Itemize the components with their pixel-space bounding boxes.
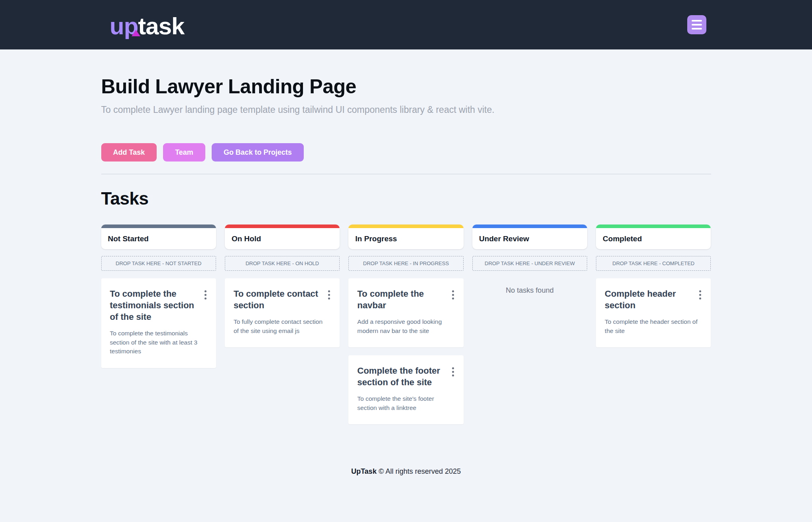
column-accent-bar bbox=[472, 225, 587, 228]
task-card-title: To complete the testimonials section of … bbox=[110, 288, 203, 323]
column-header: Not Started bbox=[101, 225, 216, 249]
topbar: uptask bbox=[0, 0, 812, 49]
column-cards: To complete the navbar Add a responsive … bbox=[348, 278, 463, 424]
drop-zone[interactable]: DROP TASK HERE - IN PROGRESS bbox=[348, 256, 463, 271]
task-card-title: Complete header section bbox=[605, 288, 698, 311]
column-cards: To complete the testimonials section of … bbox=[101, 278, 216, 368]
task-card-description: To fully complete contact section of the… bbox=[234, 317, 327, 335]
drop-zone-label: DROP TASK HERE - NOT STARTED bbox=[116, 260, 201, 266]
kebab-menu-icon[interactable] bbox=[203, 288, 208, 302]
tasks-heading: Tasks bbox=[101, 189, 711, 209]
drop-zone-label: DROP TASK HERE - COMPLETED bbox=[612, 260, 694, 266]
kanban-column: Under Review DROP TASK HERE - UNDER REVI… bbox=[472, 225, 587, 424]
task-card[interactable]: Complete the footer section of the site … bbox=[348, 355, 463, 424]
hamburger-icon bbox=[692, 20, 702, 22]
kanban-column: Completed DROP TASK HERE - COMPLETED Com… bbox=[596, 225, 711, 424]
column-title: Not Started bbox=[101, 228, 216, 249]
task-card-title: To complete the navbar bbox=[357, 288, 450, 311]
footer-text: © All rights reserved 2025 bbox=[379, 467, 461, 475]
project-description: To complete Lawyer landing page template… bbox=[101, 104, 711, 115]
column-title: Under Review bbox=[472, 228, 587, 249]
column-title: Completed bbox=[596, 228, 711, 249]
kanban-column: On Hold DROP TASK HERE - ON HOLD To comp… bbox=[225, 225, 340, 424]
column-accent-bar bbox=[348, 225, 463, 228]
main-content: Build Lawyer Landing Page To complete La… bbox=[0, 49, 812, 467]
team-button[interactable]: Team bbox=[163, 143, 205, 162]
column-accent-bar bbox=[596, 225, 711, 228]
task-card[interactable]: To complete the navbar Add a responsive … bbox=[348, 278, 463, 347]
column-header: In Progress bbox=[348, 225, 463, 249]
column-accent-bar bbox=[225, 225, 340, 228]
section-divider bbox=[101, 174, 711, 174]
uptask-logo[interactable]: uptask bbox=[110, 11, 184, 38]
column-header: Under Review bbox=[472, 225, 587, 249]
empty-state: No tasks found bbox=[472, 286, 587, 295]
project-actions: Add Task Team Go Back to Projects bbox=[101, 143, 711, 162]
task-card-title: Complete the footer section of the site bbox=[357, 365, 450, 388]
drop-zone[interactable]: DROP TASK HERE - UNDER REVIEW bbox=[472, 256, 587, 271]
task-card-description: To complete the site's footer section wi… bbox=[357, 394, 451, 412]
task-card[interactable]: To complete contact section To fully com… bbox=[225, 278, 340, 347]
column-cards: No tasks found bbox=[472, 278, 587, 295]
column-header: Completed bbox=[596, 225, 711, 249]
task-card[interactable]: To complete the testimonials section of … bbox=[101, 278, 216, 368]
kanban-column: Not Started DROP TASK HERE - NOT STARTED… bbox=[101, 225, 216, 424]
column-cards: Complete header section To complete the … bbox=[596, 278, 711, 347]
menu-button[interactable] bbox=[687, 15, 706, 34]
kebab-menu-icon[interactable] bbox=[698, 288, 703, 302]
drop-zone-label: DROP TASK HERE - ON HOLD bbox=[246, 260, 319, 266]
drop-zone-label: DROP TASK HERE - UNDER REVIEW bbox=[485, 260, 575, 266]
task-card-description: To complete the testimonials section of … bbox=[110, 329, 204, 356]
logo-text-task: task bbox=[138, 13, 184, 39]
drop-zone[interactable]: DROP TASK HERE - ON HOLD bbox=[225, 256, 340, 271]
task-card-description: To complete the header section of the si… bbox=[605, 317, 698, 335]
kanban-board: Not Started DROP TASK HERE - NOT STARTED… bbox=[101, 225, 711, 424]
footer: UpTask © All rights reserved 2025 bbox=[0, 467, 812, 522]
drop-zone-label: DROP TASK HERE - IN PROGRESS bbox=[363, 260, 449, 266]
column-header: On Hold bbox=[225, 225, 340, 249]
drop-zone[interactable]: DROP TASK HERE - NOT STARTED bbox=[101, 256, 216, 271]
footer-brand: UpTask bbox=[351, 467, 377, 475]
column-accent-bar bbox=[101, 225, 216, 228]
project-title: Build Lawyer Landing Page bbox=[101, 75, 711, 98]
column-title: In Progress bbox=[348, 228, 463, 249]
column-title: On Hold bbox=[225, 228, 340, 249]
kebab-menu-icon[interactable] bbox=[450, 365, 456, 379]
kanban-column: In Progress DROP TASK HERE - IN PROGRESS… bbox=[348, 225, 463, 424]
kebab-menu-icon[interactable] bbox=[450, 288, 456, 302]
column-cards: To complete contact section To fully com… bbox=[225, 278, 340, 347]
task-card[interactable]: Complete header section To complete the … bbox=[596, 278, 711, 347]
add-task-button[interactable]: Add Task bbox=[101, 143, 157, 162]
task-card-description: Add a responsive good looking modern nav… bbox=[357, 317, 451, 335]
drop-zone[interactable]: DROP TASK HERE - COMPLETED bbox=[596, 256, 711, 271]
task-card-title: To complete contact section bbox=[234, 288, 326, 311]
go-back-to-projects-button[interactable]: Go Back to Projects bbox=[212, 143, 304, 162]
kebab-menu-icon[interactable] bbox=[326, 288, 332, 302]
